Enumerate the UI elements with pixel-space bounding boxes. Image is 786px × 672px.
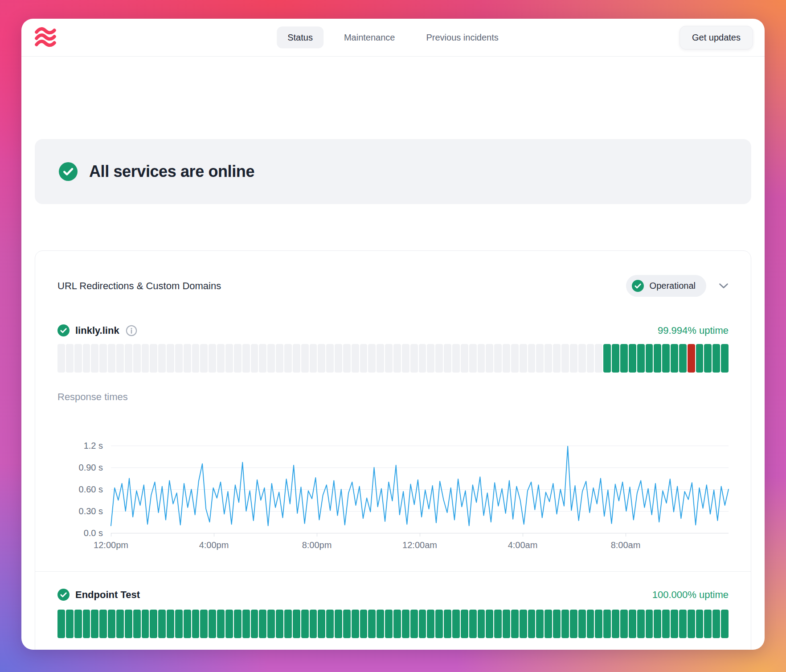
- uptime-bar: [662, 610, 670, 638]
- uptime-bar: [637, 610, 645, 638]
- uptime-bar: [108, 344, 115, 373]
- uptime-bar: [360, 610, 368, 638]
- uptime-bar: [142, 344, 149, 373]
- status-badge-label: Operational: [650, 281, 696, 291]
- uptime-bar: [688, 344, 695, 373]
- tab-previous-incidents[interactable]: Previous incidents: [415, 27, 509, 49]
- uptime-bar: [335, 344, 342, 373]
- y-tick-label: 1.2 s: [84, 441, 103, 451]
- uptime-bar: [452, 610, 460, 638]
- uptime-bar: [217, 344, 225, 373]
- uptime-bar: [620, 344, 628, 373]
- uptime-percentage: 100.000% uptime: [652, 589, 729, 601]
- tab-status[interactable]: Status: [277, 27, 323, 49]
- uptime-bar: [461, 610, 468, 638]
- uptime-bar: [721, 610, 729, 638]
- info-icon[interactable]: [126, 325, 137, 336]
- uptime-bar: [654, 344, 661, 373]
- y-tick-label: 0.60 s: [79, 484, 103, 495]
- uptime-bar: [410, 344, 418, 373]
- uptime-bar: [712, 344, 720, 373]
- x-tick-label: 12:00am: [402, 540, 437, 550]
- uptime-bar: [368, 344, 376, 373]
- uptime-bar: [301, 344, 309, 373]
- linkly-logo: [34, 27, 57, 48]
- uptime-bar: [595, 344, 602, 373]
- all-services-banner: All services are online: [35, 139, 751, 204]
- uptime-bar-row[interactable]: [57, 344, 729, 373]
- uptime-bar: [587, 610, 594, 638]
- operational-status-badge[interactable]: Operational: [626, 275, 706, 297]
- uptime-bar: [561, 610, 569, 638]
- uptime-bar: [57, 610, 65, 638]
- uptime-bar: [511, 610, 519, 638]
- uptime-bar: [402, 344, 409, 373]
- check-circle-icon: [59, 162, 78, 181]
- uptime-bar: [544, 344, 552, 373]
- uptime-bar: [561, 344, 569, 373]
- uptime-bar: [225, 344, 233, 373]
- uptime-bar: [335, 610, 342, 638]
- uptime-bar: [343, 344, 351, 373]
- uptime-bar: [377, 610, 384, 638]
- uptime-bar: [679, 610, 687, 638]
- uptime-bar: [696, 344, 704, 373]
- status-page-window: Status Maintenance Previous incidents Ge…: [21, 19, 765, 650]
- y-tick-label: 0.30 s: [79, 506, 103, 516]
- uptime-bar: [91, 344, 98, 373]
- uptime-bar: [276, 610, 283, 638]
- uptime-bar: [142, 610, 149, 638]
- uptime-bar: [175, 610, 183, 638]
- uptime-bar: [184, 344, 191, 373]
- uptime-bar: [91, 610, 98, 638]
- uptime-bar: [133, 610, 141, 638]
- uptime-bar: [225, 610, 233, 638]
- uptime-bar: [603, 344, 611, 373]
- uptime-bar-row[interactable]: [57, 610, 729, 638]
- check-circle-icon: [632, 280, 644, 292]
- service-row-linkly-link: linkly.link 99.994% uptime: [57, 324, 729, 336]
- uptime-bar: [326, 610, 334, 638]
- uptime-bar: [536, 610, 544, 638]
- uptime-bar: [158, 610, 166, 638]
- uptime-bar: [494, 610, 502, 638]
- uptime-bar: [612, 344, 619, 373]
- tab-maintenance[interactable]: Maintenance: [333, 27, 406, 49]
- response-times-chart: 1.2 s 0.90 s 0.60 s 0.30 s 0.0 s: [57, 446, 729, 557]
- uptime-bar: [679, 344, 687, 373]
- uptime-bar: [553, 344, 561, 373]
- uptime-bar: [133, 344, 141, 373]
- chart-y-axis: 1.2 s 0.90 s 0.60 s 0.30 s 0.0 s: [57, 446, 111, 533]
- uptime-bar: [469, 344, 477, 373]
- uptime-bar: [503, 610, 510, 638]
- service-name: Endpoint Test: [75, 589, 140, 601]
- chevron-down-icon[interactable]: [719, 283, 729, 289]
- uptime-bar: [646, 610, 653, 638]
- get-updates-button[interactable]: Get updates: [680, 26, 753, 49]
- uptime-bar: [612, 610, 619, 638]
- uptime-bar: [393, 610, 401, 638]
- uptime-bar: [310, 610, 317, 638]
- uptime-bar: [276, 344, 283, 373]
- uptime-bar: [83, 344, 90, 373]
- uptime-bar: [553, 610, 561, 638]
- uptime-bar: [99, 610, 107, 638]
- uptime-bar: [259, 344, 266, 373]
- uptime-bar: [125, 344, 132, 373]
- uptime-bar: [267, 610, 275, 638]
- uptime-bar: [393, 344, 401, 373]
- uptime-bar: [637, 344, 645, 373]
- uptime-bar: [696, 610, 704, 638]
- uptime-bar: [712, 610, 720, 638]
- uptime-bar: [528, 610, 536, 638]
- x-tick-label: 12:00pm: [94, 540, 128, 550]
- uptime-bar: [234, 610, 242, 638]
- response-times-label: Response times: [57, 391, 729, 403]
- uptime-bar: [385, 610, 393, 638]
- uptime-bar: [452, 344, 460, 373]
- uptime-bar: [267, 344, 275, 373]
- uptime-bar: [511, 344, 519, 373]
- x-tick-label: 8:00pm: [302, 540, 332, 550]
- banner-text: All services are online: [89, 162, 254, 181]
- uptime-bar: [444, 610, 451, 638]
